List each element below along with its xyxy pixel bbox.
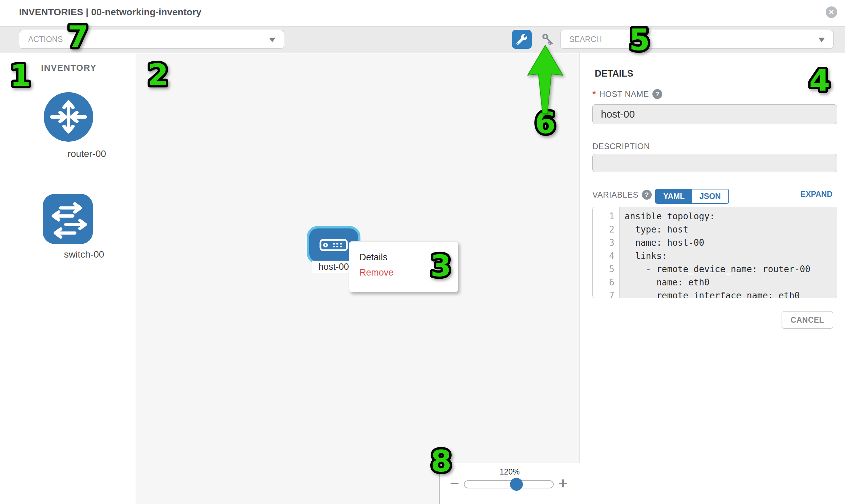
code-line: 7 remote_interface_name: eth0 bbox=[593, 289, 837, 298]
line-number: 6 bbox=[593, 276, 619, 289]
variables-format-toggle: YAML JSON bbox=[655, 189, 729, 204]
line-code: name: eth0 bbox=[619, 276, 709, 289]
description-label: DESCRIPTION bbox=[592, 142, 650, 151]
details-panel: DETAILS * HOST NAME ? DESCRIPTION VARIAB… bbox=[580, 53, 845, 504]
toolbar: ACTIONS SEARCH bbox=[0, 26, 845, 53]
host-name-label: HOST NAME bbox=[599, 89, 649, 99]
details-panel-title: DETAILS bbox=[595, 69, 633, 79]
variables-code-editor[interactable]: 1 ansible_topology: 2 type: host 3 name:… bbox=[592, 207, 837, 298]
zoom-slider[interactable] bbox=[464, 480, 554, 488]
line-code: remote_interface_name: eth0 bbox=[619, 289, 800, 298]
required-marker: * bbox=[592, 89, 596, 99]
sidebar-item-switch[interactable]: switch-00 bbox=[42, 194, 93, 246]
host-icon bbox=[319, 239, 348, 251]
line-number: 3 bbox=[593, 236, 619, 250]
line-code: name: host-00 bbox=[619, 236, 704, 250]
line-number: 5 bbox=[593, 263, 619, 276]
line-code: ansible_topology: bbox=[619, 210, 715, 223]
sidebar-title: INVENTORY bbox=[41, 63, 96, 73]
search-dropdown[interactable]: SEARCH bbox=[560, 30, 833, 49]
router-icon bbox=[44, 92, 93, 142]
actions-dropdown-placeholder: ACTIONS bbox=[28, 35, 63, 44]
page-title: INVENTORIES | 00-networking-inventory bbox=[19, 7, 201, 18]
search-dropdown-placeholder: SEARCH bbox=[569, 35, 602, 44]
node-context-menu: Details Remove bbox=[349, 241, 458, 292]
variables-label: VARIABLES bbox=[592, 190, 638, 200]
host-name-label-row: * HOST NAME ? bbox=[592, 89, 662, 99]
topology-canvas[interactable]: host-00 Details Remove 120% − + bbox=[136, 53, 580, 504]
switch-icon bbox=[42, 194, 93, 244]
code-line: 2 type: host bbox=[593, 223, 837, 236]
header: INVENTORIES | 00-networking-inventory ✕ bbox=[0, 0, 845, 26]
chevron-down-icon bbox=[818, 38, 825, 42]
host-name-input[interactable] bbox=[592, 104, 837, 124]
zoom-slider-thumb[interactable] bbox=[510, 478, 523, 491]
zoom-out-button[interactable]: − bbox=[450, 475, 459, 491]
close-icon[interactable]: ✕ bbox=[826, 6, 837, 18]
help-icon[interactable]: ? bbox=[652, 89, 662, 99]
toolbar-wrench-button[interactable] bbox=[512, 30, 532, 49]
palette-item-label: router-00 bbox=[28, 148, 146, 159]
line-number: 7 bbox=[593, 289, 619, 298]
line-code: links: bbox=[619, 250, 667, 263]
line-number: 2 bbox=[593, 223, 619, 236]
variables-label-row: VARIABLES ? bbox=[592, 190, 652, 200]
description-label-row: DESCRIPTION bbox=[592, 142, 650, 151]
code-line: 5 - remote_device_name: router-00 bbox=[593, 263, 837, 276]
palette-item-label: switch-00 bbox=[25, 249, 143, 260]
tab-json[interactable]: JSON bbox=[692, 190, 728, 203]
code-line: 4 links: bbox=[593, 250, 837, 263]
actions-dropdown[interactable]: ACTIONS bbox=[19, 30, 284, 49]
line-number: 1 bbox=[593, 210, 619, 223]
wrench-icon bbox=[516, 34, 527, 45]
code-line: 1 ansible_topology: bbox=[593, 210, 837, 223]
zoom-control-panel: 120% − + bbox=[439, 463, 580, 504]
context-menu-item-details[interactable]: Details bbox=[359, 250, 458, 265]
line-code: - remote_device_name: router-00 bbox=[619, 263, 810, 276]
zoom-in-button[interactable]: + bbox=[559, 475, 568, 491]
inventory-sidebar: INVENTORY router-00 bbox=[0, 53, 136, 504]
code-line: 3 name: host-00 bbox=[593, 236, 837, 250]
code-line: 6 name: eth0 bbox=[593, 276, 837, 289]
context-menu-item-remove[interactable]: Remove bbox=[359, 265, 458, 280]
description-input[interactable] bbox=[592, 154, 837, 172]
key-icon bbox=[541, 32, 556, 48]
tab-yaml[interactable]: YAML bbox=[656, 190, 692, 203]
help-icon[interactable]: ? bbox=[642, 190, 652, 200]
chevron-down-icon bbox=[269, 38, 276, 42]
cancel-button[interactable]: CANCEL bbox=[781, 311, 833, 329]
toolbar-key-button[interactable] bbox=[540, 32, 557, 48]
expand-link[interactable]: EXPAND bbox=[800, 190, 832, 199]
networking-inventory-screen: INVENTORIES | 00-networking-inventory ✕ … bbox=[0, 0, 845, 504]
line-number: 4 bbox=[593, 250, 619, 263]
sidebar-item-router[interactable]: router-00 bbox=[44, 92, 93, 143]
line-code: type: host bbox=[619, 223, 688, 236]
